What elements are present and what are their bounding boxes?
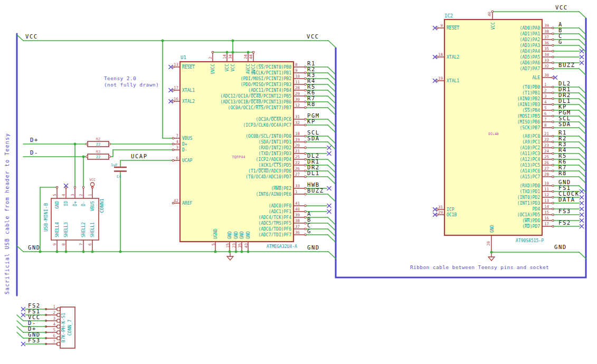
bus-entry: [328, 165, 335, 172]
pin-name: (A13)PC5: [519, 163, 540, 168]
net-label: R8: [558, 170, 567, 176]
pin-name: (PDI/MOSI/PCINT2)PB2: [241, 76, 292, 81]
pin-number: 34: [228, 54, 233, 59]
component-value: 22: [96, 142, 100, 147]
pin-number: 3: [53, 316, 55, 321]
pin-name: (ADC5/TMS)PF5: [258, 221, 291, 226]
note-usb-cable: Sacrificial USB cable from header to Tee…: [4, 133, 10, 294]
pin-end: [552, 76, 554, 79]
pin-end: [109, 156, 111, 158]
pin-name: VCC: [231, 64, 235, 72]
junction-dot: [232, 51, 234, 54]
bus-entry: [328, 177, 335, 184]
pin-name: GND: [234, 231, 239, 239]
pin-number: 6: [53, 333, 55, 338]
schematic-canvas: (SS/PCINT0)PB08R1(SCLK/PCINT1)PB19R2(PDI…: [0, 0, 597, 364]
pin-number: 35: [238, 243, 242, 248]
pin-number: 5: [544, 106, 547, 110]
component-footprint: DIL40: [488, 132, 499, 136]
pin-name: (PDO/MISO/PCINT3)PB3: [241, 82, 292, 87]
bus-entry: [328, 235, 335, 242]
component-reference: R3: [96, 150, 100, 154]
pin-name: (SCK)PB7: [519, 126, 540, 130]
pin-number: 17: [174, 85, 178, 90]
pin-number: 2: [208, 56, 213, 59]
bus-entry: [328, 223, 335, 230]
pin-number: 18: [295, 131, 300, 136]
bus-entry: [579, 87, 586, 93]
pin-number: 3: [70, 194, 75, 196]
pin-number: 21: [544, 131, 549, 136]
bus-entry: [328, 229, 335, 236]
pin-circle: [57, 331, 60, 334]
pin-name: (RD)PD7: [522, 224, 540, 229]
pin-name: (RXD)PD0: [519, 184, 540, 188]
pin-number: 7: [53, 339, 55, 344]
pin-number: 33: [544, 58, 549, 63]
bus-entry: [328, 73, 335, 80]
pin-name: SHELL1: [90, 222, 95, 237]
net-label: SDA: [558, 121, 571, 127]
pin-number: 22: [295, 160, 300, 165]
bus-entry: [579, 34, 586, 40]
pin-name: (AIN1)PB3: [517, 102, 541, 107]
pin-number: 5: [53, 328, 55, 332]
bus-entry: [579, 116, 586, 122]
pin-name: (AIN0)PB2: [517, 97, 541, 101]
pin-name: (ADC6/TDO)PF6: [258, 227, 291, 232]
pin-name: (INT1)PD3: [517, 201, 541, 206]
pin-name: (ADC13/OC1B/OC4B/PCINT13)PB6: [220, 100, 291, 104]
pin-name: D-: [81, 201, 86, 206]
bus-entry: [579, 142, 586, 148]
pin-end: [56, 186, 58, 188]
pin-number: 21: [295, 149, 300, 154]
pin-number: 13: [174, 62, 178, 67]
pin-name: (T0)PB0: [522, 85, 540, 90]
wire: [579, 12, 586, 18]
pin-number: 4: [53, 322, 55, 327]
pin-name: (XCK1/CTS)PD5: [258, 163, 291, 168]
bus-entry: [328, 171, 335, 178]
pin-name: (MISO)PB6: [517, 120, 541, 124]
pin-number: 5: [52, 194, 57, 196]
pin-number: 29: [438, 210, 443, 215]
component-reference: IC2: [444, 13, 453, 18]
pin-name: UVCC: [211, 64, 215, 74]
pin-number: 1: [295, 189, 298, 194]
pin-number: 42: [174, 198, 178, 203]
pin-name: (A9)PC1: [522, 140, 540, 145]
pin-number: 6: [88, 243, 92, 246]
bus-entry: [17, 321, 23, 327]
junction-dot: [56, 251, 59, 253]
note-teensy-line1: Teensy 2.0: [104, 75, 136, 81]
pin-name: GND: [55, 201, 60, 209]
net-label: VCC: [555, 4, 568, 11]
pin-name: GND: [240, 231, 244, 239]
component-reference: R2: [96, 137, 100, 141]
pin-name: (ICP2/ADC8)PD4: [256, 157, 292, 162]
pin-number: 3: [176, 145, 178, 150]
bus-entry: [328, 67, 335, 74]
pin-name: (OC0A/OC1C/RTS/PCINT7)PB7: [228, 106, 292, 110]
pin-name: (A11)PC3: [519, 151, 540, 156]
bus-entry: [579, 148, 586, 154]
pin-number: 11: [295, 80, 300, 84]
junction-dot: [91, 251, 94, 253]
junction-dot: [65, 251, 68, 253]
pin-number: 4: [61, 194, 66, 196]
component-value: ATMEGA32U4-A: [267, 244, 297, 249]
pin-number: 27: [544, 166, 549, 171]
net-label: FS3: [558, 208, 571, 214]
pin-number: 28: [544, 172, 549, 177]
pin-number: 3: [544, 94, 547, 99]
pin-name: AVCC: [246, 64, 251, 74]
pin-number: 44: [249, 54, 253, 59]
pin-name: (ICP3/CLK0/OC4A)PC7: [243, 123, 291, 128]
bus-entry: [579, 165, 586, 171]
pin-name: ALE: [533, 75, 541, 80]
net-label: D+: [30, 137, 39, 143]
junction-dot: [74, 143, 77, 146]
junction-dot: [82, 156, 85, 158]
pin-name: (AD1)PA1: [519, 32, 540, 36]
power-label: VCC: [89, 178, 96, 182]
